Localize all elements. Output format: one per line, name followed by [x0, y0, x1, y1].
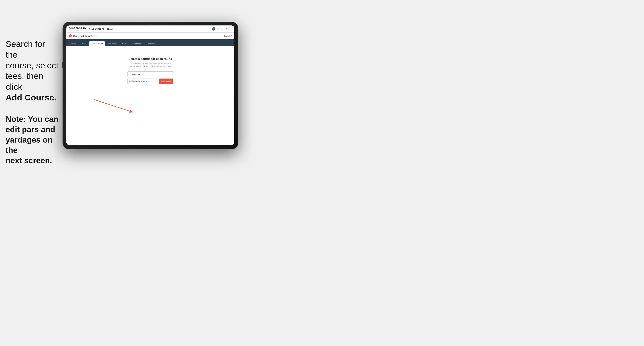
brand-tagline: Powered by clippd: [69, 29, 86, 31]
cancel-label: Cancel: [224, 35, 230, 37]
add-course-button[interactable]: Add Course: [159, 79, 173, 84]
tab-tee-groups[interactable]: Tee Groups: [105, 41, 119, 46]
content-heading: Select a course for each round: [128, 57, 172, 60]
tee-arrows: ▲ ▼: [154, 80, 156, 83]
tablet-side-button: [62, 62, 63, 68]
annotation-bold: Add Course.: [6, 93, 56, 102]
user-name: Test User: [217, 28, 224, 30]
tabs-bar: Details Teams Course Setup Tee Groups Re…: [66, 39, 234, 46]
brand-name: SCOREBOARD: [69, 27, 86, 29]
tee-dropdown[interactable]: Gold (M) (M) (7010 yds) × ▲ ▼: [128, 79, 157, 84]
brand-clippd: clippd: [76, 29, 79, 31]
pipe-separator: |: [224, 28, 225, 30]
app-navbar: SCOREBOARD Powered by clippd TOURNAMENTS…: [66, 25, 234, 33]
content-subtext: Search for a course and select a tee. Yo…: [130, 62, 171, 68]
tee-arrow-down: ▼: [154, 81, 156, 83]
tablet-screen: SCOREBOARD Powered by clippd TOURNAMENTS…: [66, 25, 234, 145]
annotation-note: Note: You canedit pars andyardages on th…: [6, 114, 59, 166]
nav-links: TOURNAMENTS TEAMS: [89, 28, 114, 30]
tournament-bar: C Clippd Invitational (Men) Cancel ✕: [66, 33, 234, 39]
tab-details[interactable]: Details: [69, 41, 79, 46]
tab-leaderboards[interactable]: Leaderboards: [130, 41, 145, 46]
signout-link[interactable]: Sign out: [226, 28, 232, 30]
tablet-frame: SCOREBOARD Powered by clippd TOURNAMENTS…: [63, 22, 238, 149]
annotation-text: Search for thecourse, selecttees, then c…: [6, 39, 59, 103]
tablet-camera: [150, 23, 151, 25]
main-content: Select a course for each round Search fo…: [66, 46, 234, 145]
cancel-icon: ✕: [230, 35, 232, 37]
cancel-button[interactable]: Cancel ✕: [224, 35, 232, 37]
nav-tournaments[interactable]: TOURNAMENTS: [89, 28, 104, 30]
tee-arrow-up: ▲: [154, 80, 156, 82]
tee-dropdown-value: Gold (M) (M) (7010 yds): [129, 80, 147, 82]
user-avatar: [212, 27, 216, 31]
nav-user-area: Test User | Sign out: [212, 27, 232, 31]
tab-printables[interactable]: Printables: [146, 41, 158, 46]
tab-results[interactable]: Results: [119, 41, 130, 46]
tablet-device: SCOREBOARD Powered by clippd TOURNAMENTS…: [63, 22, 238, 149]
tee-dropdown-controls: × ▲ ▼: [152, 80, 156, 83]
nav-teams[interactable]: TEAMS: [107, 28, 114, 30]
annotation-area: Search for thecourse, selecttees, then c…: [6, 39, 59, 166]
app-brand: SCOREBOARD Powered by clippd: [69, 27, 86, 31]
tab-course-setup[interactable]: Course Setup: [89, 41, 105, 46]
tournament-icon: C: [69, 34, 72, 37]
tournament-gender: (Men): [91, 35, 96, 37]
tee-clear-button[interactable]: ×: [152, 80, 154, 82]
tab-teams[interactable]: Teams: [79, 41, 89, 46]
tee-selection-row: Gold (M) (M) (7010 yds) × ▲ ▼ Add Course: [128, 79, 173, 84]
course-search-input[interactable]: [128, 71, 173, 77]
tournament-name: Clippd Invitational: [73, 35, 90, 37]
